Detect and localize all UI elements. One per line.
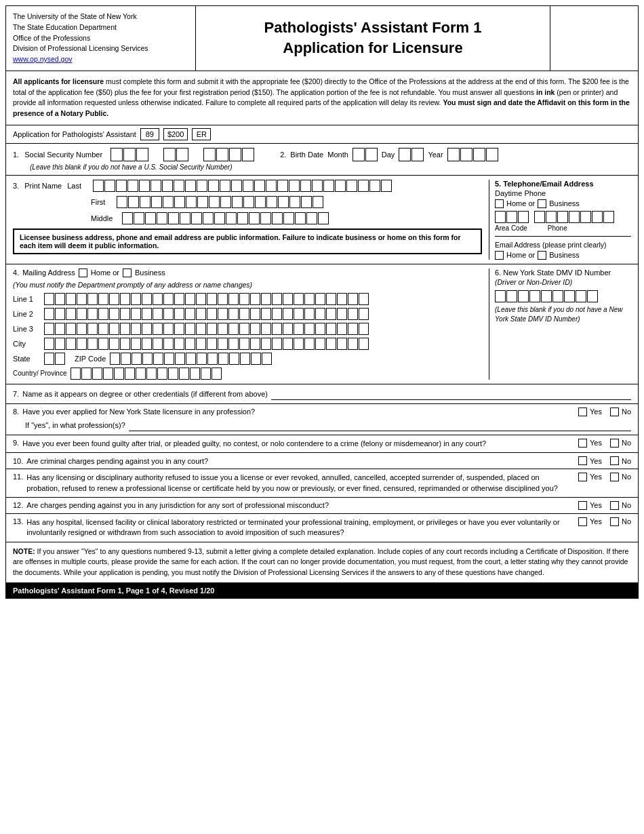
addr-cell[interactable] xyxy=(120,308,130,320)
country-cell[interactable] xyxy=(179,368,189,380)
s9-yes-checkbox[interactable] xyxy=(578,439,587,448)
zip-cell[interactable] xyxy=(142,353,153,365)
addr-cell[interactable] xyxy=(66,323,76,335)
addr-cell[interactable] xyxy=(207,308,217,320)
zip-cell[interactable] xyxy=(164,353,174,365)
last-cell[interactable] xyxy=(312,180,323,192)
addr-cell[interactable] xyxy=(250,293,260,305)
dmv-cell[interactable] xyxy=(506,290,517,302)
year-cell[interactable] xyxy=(473,148,485,161)
phone-cell[interactable] xyxy=(495,211,506,223)
first-cell[interactable] xyxy=(301,196,312,208)
addr-cell[interactable] xyxy=(348,308,358,320)
s11-no-checkbox[interactable] xyxy=(610,473,619,481)
ssn-cell[interactable] xyxy=(216,148,228,161)
phone-cell[interactable] xyxy=(580,211,591,223)
last-cell[interactable] xyxy=(104,180,115,192)
addr-cell[interactable] xyxy=(66,308,76,320)
city-cell[interactable] xyxy=(348,338,358,350)
addr-cell[interactable] xyxy=(250,323,260,335)
addr-cell[interactable] xyxy=(44,323,54,335)
city-cell[interactable] xyxy=(44,338,54,350)
first-cell[interactable] xyxy=(186,196,197,208)
addr-cell[interactable] xyxy=(283,308,293,320)
addr-cell[interactable] xyxy=(153,323,163,335)
zip-cell[interactable] xyxy=(207,353,218,365)
middle-cell[interactable] xyxy=(145,212,156,224)
addr-cell[interactable] xyxy=(109,308,119,320)
last-cell[interactable] xyxy=(116,180,127,192)
last-cell[interactable] xyxy=(335,180,346,192)
last-cell[interactable] xyxy=(231,180,242,192)
addr-cell[interactable] xyxy=(272,293,282,305)
ssn-cell[interactable] xyxy=(176,148,188,161)
addr-cell[interactable] xyxy=(207,323,217,335)
zip-cell[interactable] xyxy=(153,353,163,365)
city-cell[interactable] xyxy=(250,338,260,350)
addr-cell[interactable] xyxy=(174,308,184,320)
addr-cell[interactable] xyxy=(196,293,206,305)
city-cell[interactable] xyxy=(174,338,184,350)
city-cell[interactable] xyxy=(304,338,315,350)
addr-cell[interactable] xyxy=(163,308,174,320)
last-cell[interactable] xyxy=(381,180,392,192)
addr-cell[interactable] xyxy=(87,293,98,305)
day-cell[interactable] xyxy=(411,148,424,161)
first-cell[interactable] xyxy=(313,196,323,208)
s8-yes-checkbox[interactable] xyxy=(578,408,587,416)
city-cell[interactable] xyxy=(185,338,195,350)
middle-cell[interactable] xyxy=(237,212,248,224)
last-cell[interactable] xyxy=(174,180,184,192)
addr-cell[interactable] xyxy=(87,323,98,335)
ssn-cell[interactable] xyxy=(229,148,241,161)
middle-cell[interactable] xyxy=(306,212,317,224)
first-cell[interactable] xyxy=(209,196,220,208)
last-cell[interactable] xyxy=(254,180,265,192)
zip-cell[interactable] xyxy=(251,353,261,365)
last-cell[interactable] xyxy=(197,180,207,192)
s8-no-checkbox[interactable] xyxy=(610,408,619,416)
addr-cell[interactable] xyxy=(163,323,174,335)
middle-cell[interactable] xyxy=(203,212,214,224)
addr-cell[interactable] xyxy=(348,293,358,305)
addr-cell[interactable] xyxy=(142,293,152,305)
zip-cell[interactable] xyxy=(229,353,239,365)
addr-cell[interactable] xyxy=(185,323,195,335)
phone-cell[interactable] xyxy=(557,211,568,223)
first-cell[interactable] xyxy=(278,196,289,208)
middle-cell[interactable] xyxy=(226,212,237,224)
s13-yes-checkbox[interactable] xyxy=(578,517,587,526)
s11-yes-checkbox[interactable] xyxy=(578,473,587,481)
addr-cell[interactable] xyxy=(315,323,325,335)
addr-cell[interactable] xyxy=(87,308,98,320)
dmv-cell[interactable] xyxy=(518,290,529,302)
dmv-cell[interactable] xyxy=(576,290,586,302)
addr-cell[interactable] xyxy=(359,323,369,335)
day-cell[interactable] xyxy=(399,148,411,161)
s10-yes-checkbox[interactable] xyxy=(578,456,587,465)
city-cell[interactable] xyxy=(142,338,152,350)
addr-cell[interactable] xyxy=(326,323,336,335)
middle-cell[interactable] xyxy=(168,212,179,224)
middle-cell[interactable] xyxy=(157,212,167,224)
dmv-cell[interactable] xyxy=(529,290,540,302)
zip-cell[interactable] xyxy=(262,353,272,365)
city-cell[interactable] xyxy=(163,338,174,350)
first-cell[interactable] xyxy=(140,196,150,208)
addr-cell[interactable] xyxy=(109,293,119,305)
first-cell[interactable] xyxy=(243,196,254,208)
city-cell[interactable] xyxy=(153,338,163,350)
s12-yes-checkbox[interactable] xyxy=(578,501,587,510)
addr-cell[interactable] xyxy=(337,323,347,335)
ssn-cell[interactable] xyxy=(242,148,254,161)
addr-cell[interactable] xyxy=(261,323,271,335)
dmv-cell[interactable] xyxy=(495,290,506,302)
first-cell[interactable] xyxy=(151,196,162,208)
state-cell[interactable] xyxy=(44,353,54,365)
city-cell[interactable] xyxy=(196,338,206,350)
last-cell[interactable] xyxy=(358,180,369,192)
first-cell[interactable] xyxy=(255,196,266,208)
country-cell[interactable] xyxy=(92,368,102,380)
middle-cell[interactable] xyxy=(122,212,133,224)
ssn-cell[interactable] xyxy=(136,148,148,161)
